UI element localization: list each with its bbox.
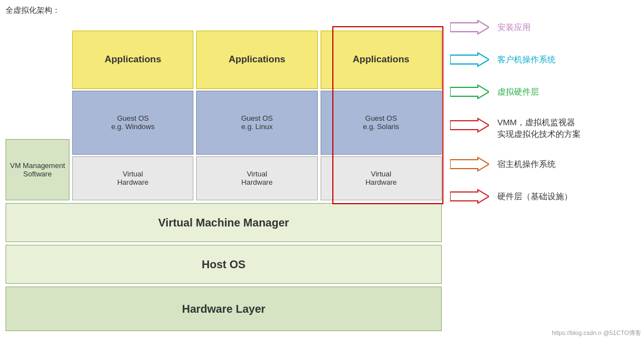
arrow-icon-guestos: [450, 52, 489, 67]
arrow-icon-vmm: [450, 117, 489, 133]
legend-text-vmm: VMM，虚拟机监视器实现虚拟化技术的方案: [497, 116, 581, 140]
legend-item-virthw: 虚拟硬件层: [450, 84, 639, 100]
diagram-area: Hardware Layer Host OS Virtual Machine M…: [6, 19, 445, 331]
vmm-label: Virtual Machine Manager: [158, 216, 289, 229]
hardware-layer: Hardware Layer: [6, 287, 442, 331]
host-os-label: Host OS: [202, 258, 246, 271]
vm1-guestos-label: Guest OSe.g. Windows: [111, 114, 154, 131]
page-title: 全虚拟化架构：: [6, 6, 60, 16]
svg-marker-2: [450, 85, 489, 98]
legend-item-hw: 硬件层（基础设施）: [450, 189, 639, 204]
svg-marker-5: [450, 190, 489, 203]
vm-column-3: Applications Guest OSe.g. Solaris Virtua…: [321, 31, 442, 200]
svg-marker-3: [450, 119, 489, 132]
vm3-virthw-box: VirtualHardware: [321, 156, 442, 200]
host-os-layer: Host OS: [6, 245, 442, 284]
vm1-app-label: Applications: [104, 54, 161, 65]
vm2-virthw-box: VirtualHardware: [196, 156, 317, 200]
vm3-virthw-label: VirtualHardware: [366, 170, 397, 186]
vm-management-box: VM ManagementSoftware: [6, 139, 69, 200]
svg-marker-1: [450, 53, 489, 66]
legend-item-hostos: 宿主机操作系统: [450, 156, 639, 172]
vm-columns: Applications Guest OSe.g. Windows Virtua…: [72, 31, 442, 200]
vm3-app-box: Applications: [321, 31, 442, 89]
vm1-guestos-box: Guest OSe.g. Windows: [72, 91, 193, 155]
vm2-app-box: Applications: [196, 31, 317, 89]
vm-column-1: Applications Guest OSe.g. Windows Virtua…: [72, 31, 193, 200]
arrow-icon-virthw: [450, 84, 489, 100]
legend-item-guestos: 客户机操作系统: [450, 52, 639, 67]
vm2-app-label: Applications: [228, 54, 285, 65]
vm-management-label: VM ManagementSoftware: [10, 161, 65, 178]
legend-text-virthw: 虚拟硬件层: [497, 87, 539, 97]
hardware-label: Hardware Layer: [182, 303, 265, 316]
vm1-app-box: Applications: [72, 31, 193, 89]
vm3-guestos-box: Guest OSe.g. Solaris: [321, 91, 442, 155]
legend-item-vmm: VMM，虚拟机监视器实现虚拟化技术的方案: [450, 116, 639, 140]
vm3-app-label: Applications: [353, 54, 410, 65]
svg-marker-4: [450, 157, 489, 171]
arrow-icon-app: [450, 19, 489, 35]
arrow-icon-hostos: [450, 156, 489, 172]
vm1-virthw-label: VirtualHardware: [117, 170, 148, 186]
legend-item-app: 安装应用: [450, 19, 639, 35]
vm2-virthw-label: VirtualHardware: [241, 170, 272, 186]
vm2-guestos-label: Guest OSe.g. Linux: [241, 114, 273, 131]
vmm-layer: Virtual Machine Manager: [6, 203, 442, 242]
arrow-icon-hw: [450, 189, 489, 204]
vm2-guestos-box: Guest OSe.g. Linux: [196, 91, 317, 155]
legend-text-hw: 硬件层（基础设施）: [497, 191, 572, 202]
legend: 安装应用 客户机操作系统 虚拟硬件层 VMM，虚拟机监视器实现虚拟化技术的方案 …: [450, 19, 639, 204]
legend-text-guestos: 客户机操作系统: [497, 55, 556, 65]
vm3-guestos-label: Guest OSe.g. Solaris: [363, 114, 399, 131]
svg-marker-0: [450, 21, 489, 34]
legend-text-hostos: 宿主机操作系统: [497, 159, 556, 170]
vm-column-2: Applications Guest OSe.g. Linux VirtualH…: [196, 31, 317, 200]
watermark: https://blog.csdn.n @51CTO博客: [552, 329, 641, 337]
vm1-virthw-box: VirtualHardware: [72, 156, 193, 200]
legend-text-app: 安装应用: [497, 22, 531, 33]
